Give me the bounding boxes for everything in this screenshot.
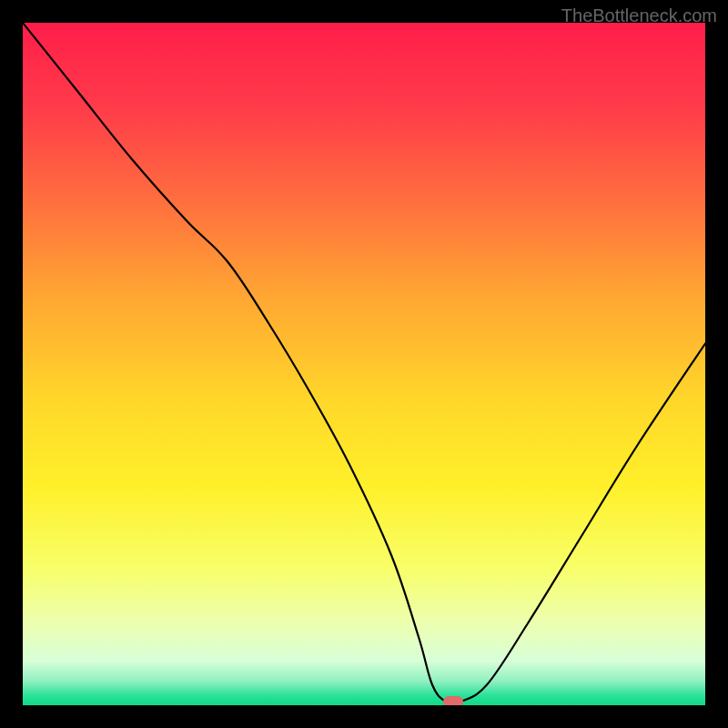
minimum-marker bbox=[443, 696, 463, 705]
plot-area bbox=[23, 23, 705, 705]
bottleneck-curve bbox=[23, 23, 705, 704]
watermark-text: TheBottleneck.com bbox=[561, 5, 717, 26]
curve-layer bbox=[23, 23, 705, 705]
